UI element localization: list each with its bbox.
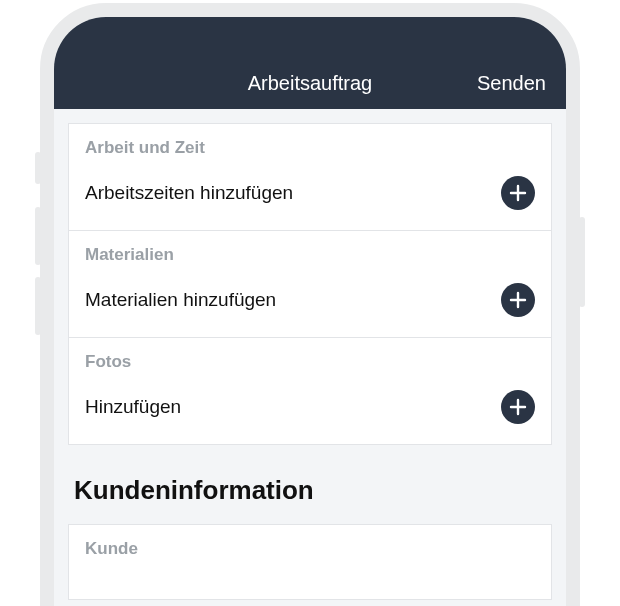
add-work-time-row[interactable]: Arbeitszeiten hinzufügen <box>69 164 551 230</box>
navbar: Arbeitsauftrag Senden <box>54 17 566 109</box>
phone-side-button <box>35 277 41 335</box>
section-materials: Materialien Materialien hinzufügen <box>69 230 551 337</box>
content-area: Arbeit und Zeit Arbeitszeiten hinzufügen… <box>54 109 566 606</box>
add-materials-row[interactable]: Materialien hinzufügen <box>69 271 551 337</box>
send-button[interactable]: Senden <box>477 72 546 95</box>
add-photos-row[interactable]: Hinzufügen <box>69 378 551 444</box>
row-label: Hinzufügen <box>85 396 181 418</box>
sections-card: Arbeit und Zeit Arbeitszeiten hinzufügen… <box>68 123 552 445</box>
row-label: Arbeitszeiten hinzufügen <box>85 182 293 204</box>
row-label: Materialien hinzufügen <box>85 289 276 311</box>
customer-info-heading: Kundeninformation <box>68 445 552 524</box>
phone-frame: Arbeitsauftrag Senden Arbeit und Zeit Ar… <box>40 3 580 606</box>
plus-icon[interactable] <box>501 390 535 424</box>
plus-icon[interactable] <box>501 176 535 210</box>
section-work-time: Arbeit und Zeit Arbeitszeiten hinzufügen <box>69 124 551 230</box>
section-photos: Fotos Hinzufügen <box>69 337 551 444</box>
section-header: Fotos <box>69 338 551 378</box>
phone-side-button <box>35 207 41 265</box>
phone-side-button <box>579 217 585 307</box>
navbar-title: Arbeitsauftrag <box>248 72 373 95</box>
app-screen: Arbeitsauftrag Senden Arbeit und Zeit Ar… <box>54 17 566 606</box>
customer-field-label: Kunde <box>85 539 535 559</box>
section-header: Materialien <box>69 231 551 271</box>
phone-side-button <box>35 152 41 184</box>
customer-card: Kunde <box>68 524 552 600</box>
section-header: Arbeit und Zeit <box>69 124 551 164</box>
plus-icon[interactable] <box>501 283 535 317</box>
